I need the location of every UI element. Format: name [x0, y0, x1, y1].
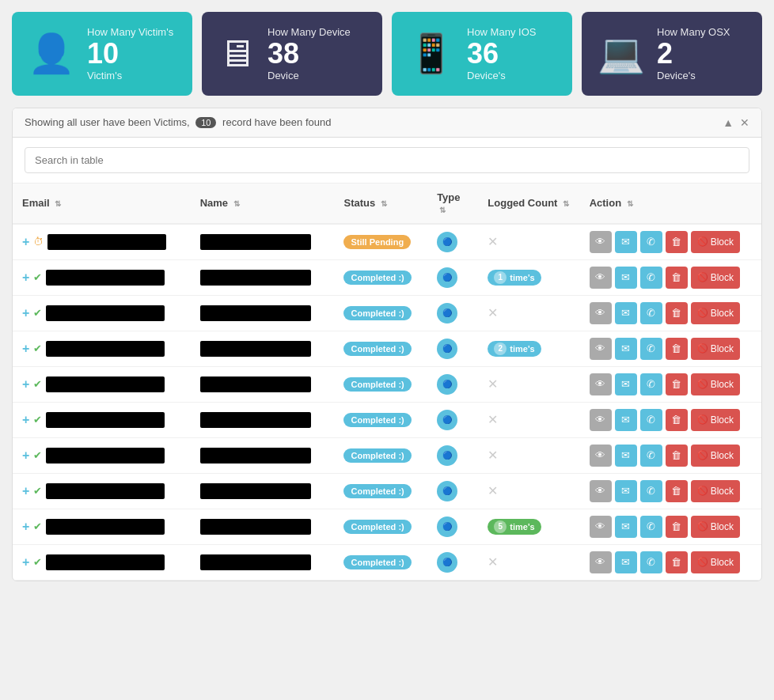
status-badge: Completed :) [343, 555, 411, 569]
block-button[interactable]: 🚫Block [691, 373, 740, 395]
email-cell: +✔ [13, 544, 191, 580]
email-cell: +✔ [13, 295, 191, 331]
block-button[interactable]: 🚫Block [691, 267, 740, 289]
phone-button[interactable]: ✆ [640, 373, 662, 395]
block-button[interactable]: 🚫Block [691, 302, 740, 324]
view-button[interactable]: 👁 [590, 302, 612, 324]
email-cell: +✔ [13, 402, 191, 437]
action-buttons: 👁✉✆🗑🚫Block [590, 302, 752, 324]
view-button[interactable]: 👁 [590, 231, 612, 253]
block-button[interactable]: 🚫Block [691, 551, 740, 573]
name-redacted [200, 341, 311, 357]
view-button[interactable]: 👁 [590, 516, 612, 538]
expand-button[interactable]: + [22, 235, 29, 249]
view-button[interactable]: 👁 [590, 445, 612, 467]
block-icon: 🚫 [697, 521, 708, 532]
email-button[interactable]: ✉ [615, 551, 637, 573]
check-icon: ✔ [33, 271, 42, 283]
view-button[interactable]: 👁 [590, 409, 612, 431]
name-redacted [200, 270, 311, 286]
expand-button[interactable]: + [22, 271, 29, 285]
email-button[interactable]: ✉ [615, 409, 637, 431]
delete-button[interactable]: 🗑 [666, 409, 688, 431]
email-button[interactable]: ✉ [615, 445, 637, 467]
logged-cell: ✕ [478, 295, 579, 331]
block-icon: 🚫 [697, 414, 708, 425]
email-button[interactable]: ✉ [615, 373, 637, 395]
block-icon: 🚫 [697, 557, 708, 567]
delete-button[interactable]: 🗑 [666, 231, 688, 253]
type-cell: 🔵 [427, 473, 478, 509]
delete-button[interactable]: 🗑 [666, 480, 688, 502]
close-button[interactable]: ✕ [740, 116, 749, 129]
phone-button[interactable]: ✆ [640, 480, 662, 502]
expand-button[interactable]: + [22, 555, 29, 569]
table-row: +✔Completed :)🔵✕👁✉✆🗑🚫Block [13, 473, 761, 509]
phone-button[interactable]: ✆ [640, 551, 662, 573]
name-redacted [200, 305, 311, 321]
phone-button[interactable]: ✆ [640, 409, 662, 431]
logged-cell: 1time's [478, 259, 579, 295]
name-redacted [200, 448, 311, 464]
devices-sub: Device [267, 70, 351, 81]
phone-button[interactable]: ✆ [640, 302, 662, 324]
row-expand: +✔ [22, 376, 181, 392]
expand-button[interactable]: + [22, 306, 29, 320]
clock-icon: ⏱ [33, 236, 44, 248]
search-input[interactable] [25, 147, 749, 173]
expand-button[interactable]: + [22, 342, 29, 356]
logged-cell: ✕ [478, 366, 579, 402]
block-button[interactable]: 🚫Block [691, 338, 740, 360]
block-button[interactable]: 🚫Block [691, 445, 740, 467]
delete-button[interactable]: 🗑 [666, 516, 688, 538]
logged-cell: ✕ [478, 402, 579, 437]
phone-button[interactable]: ✆ [640, 231, 662, 253]
devices-number: 38 [267, 38, 351, 70]
check-icon: ✔ [33, 520, 42, 532]
block-button[interactable]: 🚫Block [691, 516, 740, 538]
table-row: +✔Completed :)🔵✕👁✉✆🗑🚫Block [13, 366, 761, 402]
status-badge: Completed :) [343, 271, 411, 285]
row-expand: +⏱ [22, 234, 181, 250]
name-cell [191, 544, 335, 580]
view-button[interactable]: 👁 [590, 267, 612, 289]
logged-badge: 5time's [488, 519, 541, 535]
email-button[interactable]: ✉ [615, 231, 637, 253]
delete-button[interactable]: 🗑 [666, 445, 688, 467]
status-cell: Completed :) [334, 402, 427, 437]
action-cell: 👁✉✆🗑🚫Block [580, 509, 761, 544]
block-button[interactable]: 🚫Block [691, 409, 740, 431]
expand-button[interactable]: + [22, 448, 29, 463]
phone-button[interactable]: ✆ [640, 445, 662, 467]
expand-button[interactable]: + [22, 377, 29, 392]
name-cell [191, 331, 335, 366]
email-button[interactable]: ✉ [615, 480, 637, 502]
delete-button[interactable]: 🗑 [666, 338, 688, 360]
phone-button[interactable]: ✆ [640, 267, 662, 289]
action-buttons: 👁✉✆🗑🚫Block [590, 231, 752, 253]
type-icon: 🔵 [437, 232, 457, 252]
email-button[interactable]: ✉ [615, 267, 637, 289]
block-button[interactable]: 🚫Block [691, 231, 740, 253]
expand-button[interactable]: + [22, 413, 29, 427]
delete-button[interactable]: 🗑 [666, 302, 688, 324]
block-button[interactable]: 🚫Block [691, 480, 740, 502]
collapse-button[interactable]: ▲ [723, 116, 734, 129]
delete-button[interactable]: 🗑 [666, 373, 688, 395]
email-button[interactable]: ✉ [615, 302, 637, 324]
view-button[interactable]: 👁 [590, 373, 612, 395]
logged-cell: ✕ [478, 224, 579, 260]
view-button[interactable]: 👁 [590, 551, 612, 573]
delete-button[interactable]: 🗑 [666, 267, 688, 289]
status-cell: Completed :) [334, 473, 427, 509]
view-button[interactable]: 👁 [590, 480, 612, 502]
block-label: Block [711, 521, 734, 532]
expand-button[interactable]: + [22, 520, 29, 534]
phone-button[interactable]: ✆ [640, 516, 662, 538]
email-button[interactable]: ✉ [615, 516, 637, 538]
view-button[interactable]: 👁 [590, 338, 612, 360]
expand-button[interactable]: + [22, 484, 29, 498]
delete-button[interactable]: 🗑 [666, 551, 688, 573]
phone-button[interactable]: ✆ [640, 338, 662, 360]
email-button[interactable]: ✉ [615, 338, 637, 360]
